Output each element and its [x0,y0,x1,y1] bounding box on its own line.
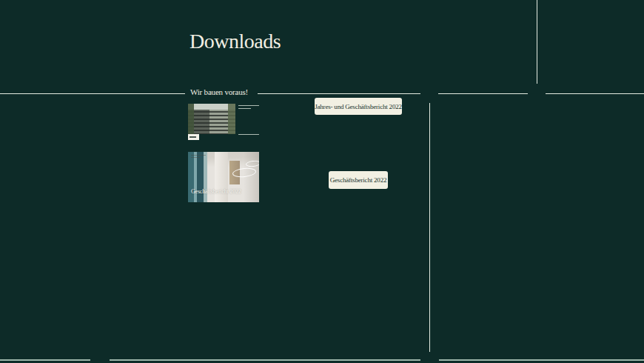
cover-meta-line [238,134,259,135]
content-vertical-divider [429,103,430,352]
financial-report-download-button[interactable]: Geschäftsbericht 2022 [329,171,388,189]
publisher-logo [188,134,199,140]
cover-title: Geschäftsbericht 2022 [191,188,241,195]
financial-report-thumbnail[interactable]: Geschäftsbericht 2022 [188,152,259,202]
footer-rule-left [0,359,90,361]
annual-report-download-button[interactable]: Jahres- und Geschäftsbericht 2022 [315,98,402,115]
cover-meta-line [191,157,200,158]
annual-report-thumbnail[interactable] [188,104,259,139]
tagline-rule-left [0,93,185,94]
cover-meta-line [238,105,259,106]
top-right-vertical-divider [537,0,537,84]
header-rule-far-right [546,93,644,94]
downloads-page: Downloads Wir bauen voraus! Jahres- und … [0,0,644,363]
tagline-rule-right [258,93,420,94]
footer-rule-mid [110,359,420,361]
tagline: Wir bauen voraus! [190,87,248,96]
page-title: Downloads [189,30,281,53]
cover-meta-line [238,108,251,109]
header-rule-mid [438,93,528,94]
building-photo [188,104,235,134]
cover-meta-line [191,155,206,156]
ring-light [246,160,259,167]
footer-rule-right [439,359,644,361]
